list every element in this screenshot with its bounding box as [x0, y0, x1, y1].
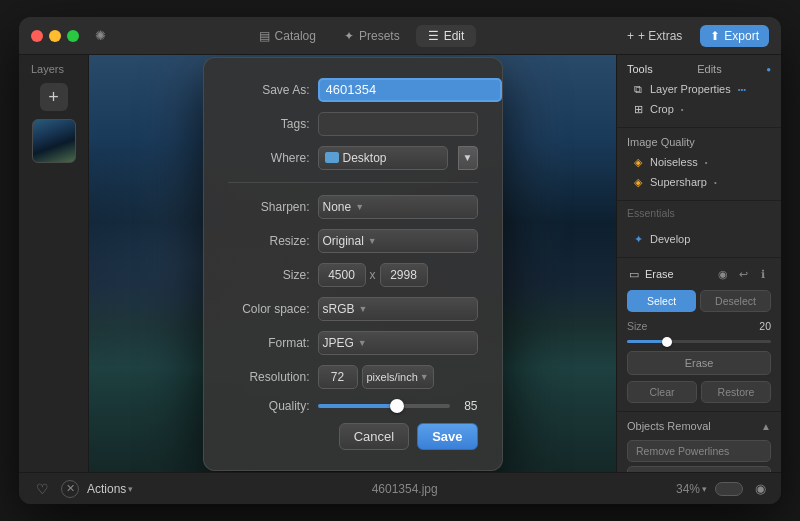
sharpen-row: Sharpen: None ▼ [228, 195, 478, 219]
edits-label[interactable]: Edits [697, 63, 721, 75]
cancel-button[interactable]: Cancel [339, 423, 409, 450]
bottom-bar: ♡ ✕ Actions ▾ 4601354.jpg 34% ▾ ◉ [19, 472, 781, 504]
erase-size-label: Size [627, 320, 647, 332]
erase-action-button[interactable]: Erase [627, 351, 771, 375]
erase-slider[interactable] [627, 340, 771, 343]
noiseless-item[interactable]: ◈ Noiseless • [627, 152, 771, 172]
close-button[interactable] [31, 30, 43, 42]
visibility-icon[interactable]: ◉ [751, 480, 769, 498]
erase-eye-icon[interactable]: ◉ [715, 266, 731, 282]
crop-icon: ⊞ [631, 102, 645, 116]
sharpen-select[interactable]: None ▼ [318, 195, 478, 219]
extras-button[interactable]: + + Extras [617, 25, 692, 47]
objects-removal-chevron-icon[interactable]: ▲ [761, 421, 771, 432]
color-space-select[interactable]: sRGB ▼ [318, 297, 478, 321]
tab-presets[interactable]: ✦ Presets [332, 25, 412, 47]
layer-props-dot: ••• [738, 85, 746, 94]
essentials-label: Essentials [617, 201, 781, 221]
toggle-track [715, 482, 743, 496]
clear-restore-row: Clear Restore [627, 381, 771, 403]
tab-edit[interactable]: ☰ Edit [416, 25, 477, 47]
size-x-label: x [370, 268, 376, 282]
zoom-level[interactable]: 34% ▾ [676, 482, 707, 496]
format-label: Format: [228, 336, 310, 350]
clear-button[interactable]: Clear [627, 381, 697, 403]
objects-removal-header: Objects Removal ▲ [627, 420, 771, 432]
erase-size-row: Size 20 [627, 320, 771, 332]
quality-slider-thumb[interactable] [390, 399, 404, 413]
export-button[interactable]: ⬆ Export [700, 25, 769, 47]
where-value: Desktop [343, 151, 441, 165]
tags-input[interactable] [318, 112, 478, 136]
size-width-input[interactable]: 4500 [318, 263, 366, 287]
maximize-button[interactable] [67, 30, 79, 42]
quality-slider[interactable] [318, 404, 450, 408]
where-row: Where: Desktop ▼ [228, 146, 478, 170]
crop-item[interactable]: ⊞ Crop • [627, 99, 771, 119]
noiseless-dot: • [705, 158, 708, 167]
quality-row: Quality: 85 [228, 399, 478, 413]
sharpen-value: None [323, 200, 352, 214]
resolution-unit-select[interactable]: pixels/inch ▼ [362, 365, 434, 389]
noiseless-icon: ◈ [631, 155, 645, 169]
main-content: Layers + Save As: Tags: [19, 55, 781, 472]
erase-undo-icon[interactable]: ↩ [735, 266, 751, 282]
develop-item[interactable]: ✦ Develop [627, 229, 771, 249]
view-toggle[interactable] [715, 482, 743, 496]
traffic-lights [31, 30, 79, 42]
image-quality-header: Image Quality [627, 136, 771, 148]
image-quality-section: Image Quality ◈ Noiseless • ◈ Supersharp… [617, 128, 781, 201]
heart-icon[interactable]: ♡ [31, 478, 53, 500]
objects-removal-section: Objects Removal ▲ Remove Powerlines Remo… [617, 412, 781, 472]
sharpen-label: Sharpen: [228, 200, 310, 214]
resize-select[interactable]: Original ▼ [318, 229, 478, 253]
layers-label: Layers [19, 63, 64, 75]
remove-powerlines-button[interactable]: Remove Powerlines [627, 440, 771, 462]
layer-properties-icon: ⧉ [631, 82, 645, 96]
save-button[interactable]: Save [417, 423, 477, 450]
save-as-row: Save As: [228, 78, 478, 102]
actions-button[interactable]: Actions ▾ [87, 482, 133, 496]
erase-size-value: 20 [759, 320, 771, 332]
develop-label: Develop [650, 233, 690, 245]
where-arrow-button[interactable]: ▼ [458, 146, 478, 170]
tab-catalog[interactable]: ▤ Catalog [247, 25, 328, 47]
size-height-input[interactable]: 2998 [380, 263, 428, 287]
noiseless-label: Noiseless [650, 156, 698, 168]
where-select[interactable]: Desktop [318, 146, 448, 170]
deselect-button[interactable]: Deselect [700, 290, 771, 312]
save-as-label: Save As: [228, 83, 310, 97]
color-space-row: Color space: sRGB ▼ [228, 297, 478, 321]
size-inputs: 4500 x 2998 [318, 263, 428, 287]
resolution-value-input[interactable]: 72 [318, 365, 358, 389]
format-select[interactable]: JPEG ▼ [318, 331, 478, 355]
right-sidebar: Tools Edits ● ⧉ Layer Properties ••• ⊞ C… [616, 55, 781, 472]
title-bar-right: + + Extras ⬆ Export [617, 25, 769, 47]
save-as-input[interactable] [318, 78, 502, 102]
restore-button[interactable]: Restore [701, 381, 771, 403]
left-sidebar: Layers + [19, 55, 89, 472]
flag-icon[interactable]: ✕ [61, 480, 79, 498]
essentials-section: ✦ Develop [617, 221, 781, 258]
supersharp-item[interactable]: ◈ Supersharp • [627, 172, 771, 192]
select-button[interactable]: Select [627, 290, 696, 312]
actions-arrow-icon: ▾ [128, 484, 133, 494]
erase-slider-thumb[interactable] [662, 337, 672, 347]
erase-section-icon: ▭ [627, 267, 641, 281]
app-window: ✺ ▤ Catalog ✦ Presets ☰ Edit + + Extras … [19, 17, 781, 504]
quality-label: Quality: [228, 399, 310, 413]
minimize-button[interactable] [49, 30, 61, 42]
resize-arrow-icon: ▼ [368, 236, 377, 246]
add-layer-button[interactable]: + [40, 83, 68, 111]
layer-thumbnail[interactable] [32, 119, 76, 163]
layer-properties-item[interactable]: ⧉ Layer Properties ••• [627, 79, 771, 99]
tags-row: Tags: [228, 112, 478, 136]
supersharp-icon: ◈ [631, 175, 645, 189]
actions-label: Actions [87, 482, 126, 496]
presets-icon: ✦ [344, 29, 354, 43]
plus-icon: + [627, 29, 634, 43]
format-arrow-icon: ▼ [358, 338, 367, 348]
zoom-arrow-icon: ▾ [702, 484, 707, 494]
erase-info-icon[interactable]: ℹ [755, 266, 771, 282]
title-bar: ✺ ▤ Catalog ✦ Presets ☰ Edit + + Extras … [19, 17, 781, 55]
